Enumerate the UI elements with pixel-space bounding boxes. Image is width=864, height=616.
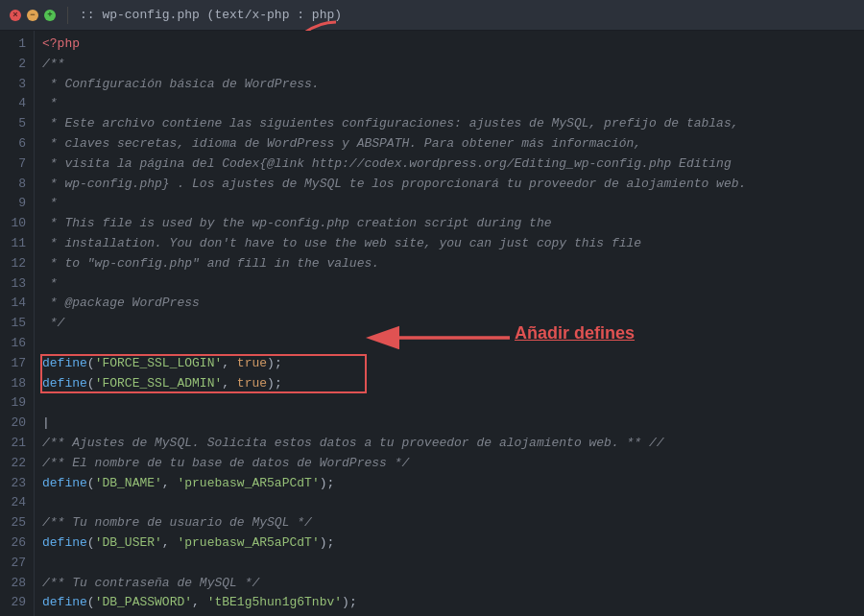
- code-line-26: define('DB_USER', 'pruebasw_AR5aPCdT');: [42, 533, 856, 554]
- code-line-12: * to "wp-config.php" and fill in the val…: [42, 254, 856, 274]
- maximize-button[interactable]: +: [44, 10, 56, 21]
- code-line-7: * visita la página del Codex{@link http:…: [42, 154, 856, 175]
- code-line-18: define('FORCE_SSL_ADMIN', true);: [42, 374, 856, 394]
- titlebar-title: :: wp-config.php (text/x-php : php): [80, 8, 342, 22]
- code-content[interactable]: <?php /** * Configuración básica de Word…: [35, 31, 864, 616]
- code-line-1: <?php: [42, 35, 856, 55]
- code-line-2: /**: [42, 55, 856, 75]
- code-line-10: * This file is used by the wp-config.php…: [42, 214, 856, 234]
- code-line-9: *: [42, 194, 856, 214]
- code-line-8: * wp-config.php} . Los ajustes de MySQL …: [42, 175, 856, 195]
- code-line-22: /** El nombre de tu base de datos de Wor…: [42, 454, 856, 474]
- code-line-21: /** Ajustes de MySQL. Solicita estos dat…: [42, 434, 856, 454]
- window-controls: × − +: [10, 10, 56, 21]
- code-line-3: * Configuración básica de WordPress.: [42, 75, 856, 95]
- code-line-23: define('DB_NAME', 'pruebasw_AR5aPCdT');: [42, 474, 856, 494]
- code-line-4: *: [42, 94, 856, 114]
- code-line-28: /** Tu contraseña de MySQL */: [42, 574, 856, 594]
- code-line-19: [42, 393, 856, 414]
- code-line-16: [42, 334, 856, 354]
- maximize-icon: +: [47, 11, 52, 20]
- code-line-6: * claves secretas, idioma de WordPress y…: [42, 134, 856, 154]
- code-line-25: /** Tu nombre de usuario de MySQL */: [42, 513, 856, 533]
- code-line-13: *: [42, 274, 856, 295]
- close-icon: ×: [12, 11, 17, 20]
- code-line-17: define('FORCE_SSL_LOGIN', true);: [42, 354, 856, 374]
- line-numbers: 1 2 3 4 5 6 7 8 9 10 11 12 13 14 15 16 1…: [0, 31, 35, 616]
- code-line-11: * installation. You don't have to use th…: [42, 234, 856, 254]
- code-line-20: |: [42, 414, 856, 434]
- code-line-27: [42, 554, 856, 574]
- code-line-24: [42, 493, 856, 513]
- close-button[interactable]: ×: [10, 10, 21, 21]
- code-line-29: define('DB_PASSWORD', 'tBE1g5hun1g6Tnbv'…: [42, 593, 856, 613]
- minimize-button[interactable]: −: [27, 10, 38, 21]
- code-line-15: */: [42, 314, 856, 334]
- editor[interactable]: 1 2 3 4 5 6 7 8 9 10 11 12 13 14 15 16 1…: [0, 31, 864, 616]
- highlighted-lines: define('FORCE_SSL_LOGIN', true); define(…: [42, 354, 856, 394]
- titlebar: × − + :: wp-config.php (text/x-php : php…: [0, 0, 864, 31]
- titlebar-separator: [67, 7, 68, 24]
- annotation-label: Añadir defines: [515, 320, 635, 347]
- code-line-14: * @package WordPress: [42, 294, 856, 314]
- minimize-icon: −: [30, 11, 35, 20]
- code-line-5: * Este archivo contiene las siguientes c…: [42, 114, 856, 134]
